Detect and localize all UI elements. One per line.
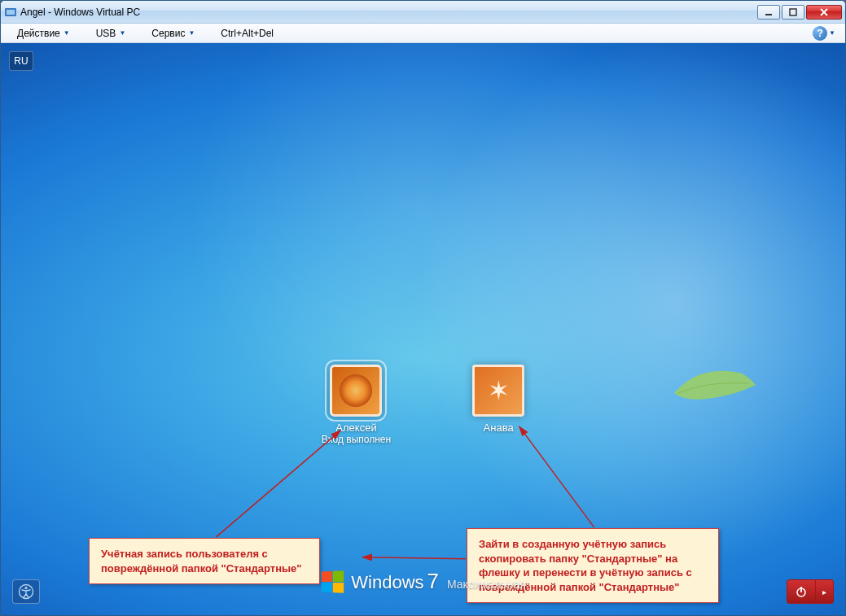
svg-rect-3 bbox=[790, 9, 796, 15]
shutdown-options-button[interactable]: ▸ bbox=[816, 579, 834, 604]
menu-service[interactable]: Сервис ▼ bbox=[145, 26, 201, 41]
user-account-aleksei[interactable]: Алексей Вход выполнен bbox=[322, 365, 391, 445]
svg-rect-2 bbox=[765, 14, 772, 15]
user-status-label: Вход выполнен bbox=[322, 434, 391, 445]
window-titlebar: Angel - Windows Virtual PC bbox=[1, 1, 845, 24]
user-avatar: ✶ bbox=[472, 365, 524, 417]
svg-point-8 bbox=[24, 587, 27, 589]
help-button[interactable]: ? bbox=[813, 26, 827, 41]
callout-text: Учётная запись пользователя с повреждённ… bbox=[101, 548, 302, 574]
close-button[interactable] bbox=[806, 5, 842, 20]
maximize-button[interactable] bbox=[782, 5, 804, 20]
svg-line-5 bbox=[362, 557, 466, 559]
svg-rect-1 bbox=[7, 10, 15, 15]
menu-label: Действие bbox=[17, 28, 60, 39]
menu-label: Сервис bbox=[151, 28, 185, 39]
menu-usb[interactable]: USB ▼ bbox=[90, 26, 133, 41]
user-avatar bbox=[330, 365, 382, 417]
brand-text: Windows 7 Максимальная bbox=[351, 569, 525, 594]
chevron-down-icon: ▼ bbox=[829, 29, 835, 37]
brand-name: Windows bbox=[351, 572, 423, 593]
window-controls bbox=[756, 5, 842, 20]
power-icon bbox=[795, 585, 808, 598]
login-screen: RU Алексей Вход выполнен ✶ Анава bbox=[1, 43, 845, 615]
annotation-callout-left: Учётная запись пользователя с повреждённ… bbox=[89, 538, 320, 584]
menu-label: Ctrl+Alt+Del bbox=[221, 28, 274, 39]
chevron-down-icon: ▼ bbox=[64, 29, 70, 37]
brand-edition: Максимальная bbox=[447, 578, 526, 591]
accessibility-icon bbox=[18, 583, 34, 600]
chevron-down-icon: ▼ bbox=[188, 29, 195, 37]
user-account-anava[interactable]: ✶ Анава bbox=[472, 365, 524, 445]
windows-logo-icon bbox=[321, 570, 343, 592]
user-name-label: Алексей bbox=[335, 422, 376, 434]
menubar: Действие ▼ USB ▼ Сервис ▼ Ctrl+Alt+Del ?… bbox=[1, 24, 845, 43]
svg-line-4 bbox=[216, 430, 340, 537]
user-accounts-row: Алексей Вход выполнен ✶ Анава bbox=[1, 365, 845, 445]
app-icon bbox=[4, 6, 17, 19]
menu-label: USB bbox=[96, 28, 116, 39]
shutdown-button[interactable] bbox=[787, 579, 816, 604]
user-name-label: Анава bbox=[484, 422, 514, 434]
ease-of-access-button[interactable] bbox=[12, 579, 40, 604]
windows-brand: Windows 7 Максимальная bbox=[320, 569, 525, 594]
minimize-button[interactable] bbox=[757, 5, 780, 20]
power-button-group: ▸ bbox=[787, 579, 834, 604]
language-indicator[interactable]: RU bbox=[9, 51, 33, 71]
menu-ctrlaltdel[interactable]: Ctrl+Alt+Del bbox=[214, 26, 280, 41]
language-code: RU bbox=[14, 55, 28, 67]
window-title: Angel - Windows Virtual PC bbox=[20, 7, 756, 18]
chevron-down-icon: ▼ bbox=[119, 29, 125, 37]
vm-window: Angel - Windows Virtual PC Действие ▼ US… bbox=[0, 0, 846, 616]
brand-version: 7 bbox=[427, 569, 439, 594]
menu-action[interactable]: Действие ▼ bbox=[11, 26, 77, 41]
